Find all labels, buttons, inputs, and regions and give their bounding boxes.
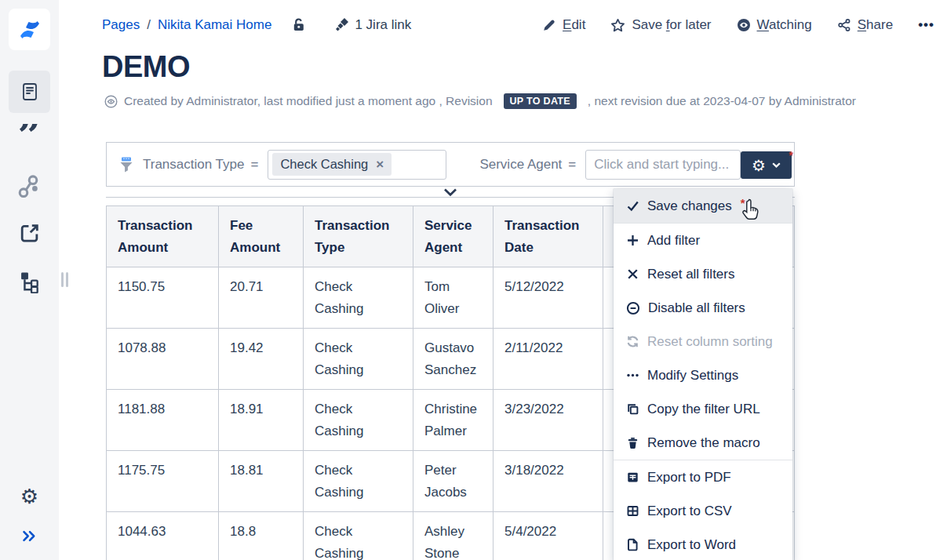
filter-settings-menu: Save changes * Add filter Reset all filt…: [614, 189, 792, 560]
menu-item-modify-settings[interactable]: Modify Settings: [614, 358, 792, 392]
export-csv-icon: [626, 504, 639, 518]
watching-button[interactable]: Watching: [737, 17, 812, 33]
quote-icon: ”: [18, 124, 42, 151]
menu-item-export-word[interactable]: Export to Word: [614, 528, 792, 560]
breadcrumb-current-page-link[interactable]: Nikita Kamai Home: [158, 17, 272, 33]
cell: 1078.88: [107, 329, 219, 390]
cell: 5/4/2022: [494, 512, 603, 560]
revision-status-badge: UP TO DATE: [504, 93, 577, 109]
export-word-icon: [626, 538, 639, 551]
menu-item-disable-all-filters[interactable]: Disable all filters: [614, 291, 792, 325]
edit-button[interactable]: Edit: [542, 17, 585, 33]
column-header-transaction-amount[interactable]: Transaction Amount: [107, 206, 219, 267]
byline: Created by Administrator, last modified …: [104, 93, 856, 109]
cell: 1044.63: [107, 512, 219, 560]
external-link-icon: [19, 222, 41, 244]
cell: Tom Oliver: [413, 267, 494, 329]
cell: 1175.75: [107, 451, 219, 512]
menu-item-label: Modify Settings: [647, 368, 738, 384]
filter1-operator: =: [250, 157, 258, 173]
double-chevron-right-icon: [22, 530, 37, 542]
cell: Check Cashing: [304, 267, 413, 329]
menu-item-label: Add filter: [647, 233, 700, 249]
watching-eye-icon: [737, 18, 751, 32]
check-icon: [626, 199, 639, 213]
cell: 19.42: [219, 329, 304, 390]
graph-icon: [17, 174, 42, 199]
unlocked-icon: [291, 17, 307, 33]
sidebar-item-external-link[interactable]: [0, 222, 59, 244]
menu-item-label: Export to Word: [647, 537, 736, 553]
column-header-transaction-date[interactable]: Transaction Date: [494, 206, 603, 267]
document-icon: [20, 82, 40, 102]
sidebar-item-page-tree[interactable]: [0, 270, 59, 293]
tree-icon: [18, 270, 42, 293]
circle-minus-icon: [626, 301, 640, 315]
unrestricted-button[interactable]: [291, 17, 307, 33]
ellipsis-icon: [626, 369, 639, 382]
share-button[interactable]: Share: [837, 17, 893, 33]
column-header-fee-amount[interactable]: Fee Amount: [219, 206, 304, 267]
filter1-label: Transaction Type: [143, 157, 244, 173]
plus-icon: [626, 234, 639, 247]
sidebar-item-quotes[interactable]: ”: [0, 124, 59, 151]
byline-text-before: Created by Administrator, last modified …: [124, 94, 493, 108]
sidebar-item-pages[interactable]: [9, 71, 50, 113]
menu-item-label: Reset column sorting: [647, 334, 773, 350]
filter2-input[interactable]: [585, 150, 741, 180]
cell: Christine Palmer: [413, 390, 494, 451]
remove-tag-icon[interactable]: ×: [376, 158, 384, 171]
filter-settings-button[interactable]: ⚙ *: [741, 151, 792, 179]
sidebar-settings[interactable]: ⚙: [0, 486, 59, 507]
menu-item-copy-filter-url[interactable]: Copy the filter URL: [614, 392, 792, 426]
page-title: DEMO: [102, 50, 190, 84]
unsaved-changes-indicator: *: [789, 148, 793, 162]
star-icon: [610, 18, 625, 33]
sidebar-expand[interactable]: [0, 530, 59, 542]
trash-icon: [626, 436, 639, 449]
breadcrumb-pages-link[interactable]: Pages: [102, 17, 140, 33]
cell: 18.81: [219, 451, 304, 512]
x-icon: [626, 267, 639, 281]
cell: 18.91: [219, 390, 304, 451]
column-header-service-agent[interactable]: Service Agent: [413, 206, 494, 267]
sidebar-item-link-graph[interactable]: [0, 174, 59, 199]
menu-item-label: Copy the filter URL: [647, 402, 760, 417]
jira-links-button[interactable]: 1 Jira link: [334, 17, 411, 33]
byline-text-after: , next revision due at 2023-04-07 by Adm…: [588, 94, 856, 108]
menu-item-export-csv[interactable]: Export to CSV: [614, 494, 792, 528]
confluence-logo[interactable]: [9, 9, 50, 50]
cell: Check Cashing: [304, 390, 413, 451]
cell: 2/11/2022: [494, 329, 603, 390]
column-header-transaction-type[interactable]: Transaction Type: [304, 206, 413, 267]
cell: 18.8: [219, 512, 304, 560]
menu-item-add-filter[interactable]: Add filter: [614, 224, 792, 257]
filter1-value-tag[interactable]: Check Cashing ×: [272, 153, 392, 176]
cell: 5/12/2022: [494, 267, 603, 329]
cell: 1181.88: [107, 390, 219, 451]
refresh-icon: [626, 335, 639, 348]
filter1-input[interactable]: Check Cashing ×: [268, 150, 446, 180]
pencil-icon: [542, 18, 556, 32]
cell: Check Cashing: [304, 451, 413, 512]
breadcrumb-separator: /: [147, 17, 151, 33]
page-actions: Edit Save for later Watching Share •••: [542, 17, 934, 33]
cell: 1150.75: [107, 267, 219, 329]
cell: Check Cashing: [304, 512, 413, 560]
cell: Peter Jacobs: [413, 451, 494, 512]
menu-item-save-changes[interactable]: Save changes *: [614, 189, 792, 223]
menu-item-reset-all-filters[interactable]: Reset all filters: [614, 257, 792, 291]
cell: 3/18/2022: [494, 451, 603, 512]
menu-item-label: Disable all filters: [648, 300, 745, 316]
menu-item-reset-column-sorting: Reset column sorting: [614, 325, 792, 358]
unsaved-indicator: *: [741, 196, 745, 209]
save-for-later-button[interactable]: Save for later: [610, 17, 711, 33]
cell: Ashley Stone: [413, 512, 494, 560]
sidebar-resize-handle[interactable]: [61, 272, 68, 287]
more-actions-button[interactable]: •••: [918, 17, 934, 33]
breadcrumb: Pages / Nikita Kamai Home 1 Jira link: [102, 17, 411, 33]
menu-item-export-pdf[interactable]: Export to PDF: [614, 460, 792, 494]
jira-links-label: 1 Jira link: [355, 17, 411, 33]
menu-item-label: Save changes: [647, 198, 732, 214]
menu-item-remove-macro[interactable]: Remove the macro: [614, 426, 792, 460]
